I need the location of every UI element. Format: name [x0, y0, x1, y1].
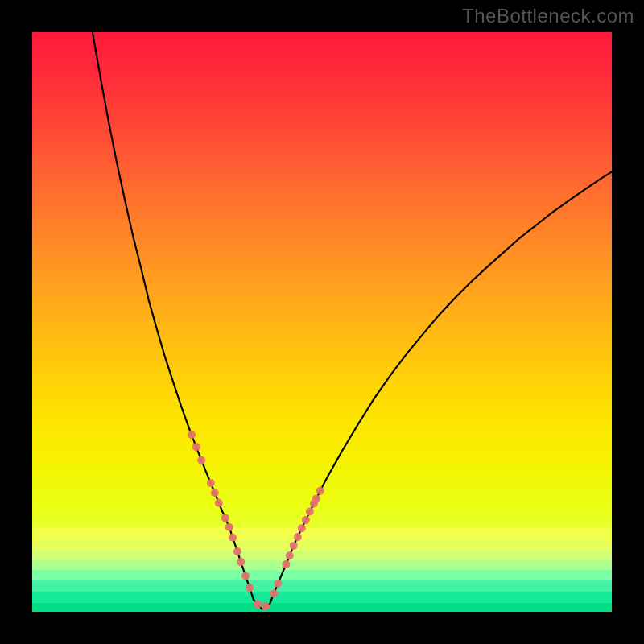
svg-point-13	[211, 489, 219, 497]
svg-point-12	[207, 479, 215, 487]
svg-point-34	[312, 495, 320, 503]
svg-point-32	[306, 507, 314, 515]
bottleneck-curve	[93, 32, 612, 609]
svg-point-27	[286, 551, 294, 559]
svg-point-22	[254, 601, 262, 609]
svg-point-16	[225, 523, 233, 531]
curve-markers	[188, 431, 324, 610]
svg-point-28	[290, 542, 298, 550]
svg-point-19	[237, 558, 245, 566]
svg-point-20	[242, 572, 250, 580]
svg-point-9	[188, 431, 196, 439]
svg-point-31	[302, 516, 310, 524]
svg-point-24	[270, 589, 278, 597]
svg-point-25	[274, 580, 282, 588]
svg-point-10	[192, 443, 200, 451]
svg-point-11	[197, 456, 205, 464]
svg-point-21	[246, 584, 254, 592]
svg-point-23	[262, 602, 270, 610]
svg-point-26	[282, 560, 290, 568]
svg-point-30	[298, 524, 306, 532]
svg-point-18	[233, 547, 242, 555]
svg-point-17	[229, 534, 237, 542]
svg-point-14	[215, 499, 223, 507]
svg-point-35	[316, 487, 324, 495]
svg-point-15	[221, 514, 229, 522]
watermark-text: TheBottleneck.com	[462, 5, 634, 27]
chart-plot	[32, 32, 612, 612]
svg-point-29	[294, 533, 302, 541]
